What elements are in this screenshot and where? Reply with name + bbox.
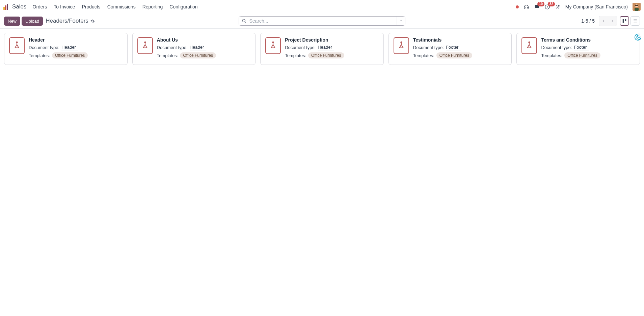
svg-point-14 xyxy=(16,42,17,43)
tools-icon[interactable] xyxy=(555,4,561,10)
app-logo-icon[interactable] xyxy=(3,3,10,10)
templates-label: Templates: xyxy=(29,53,50,58)
svg-point-7 xyxy=(242,19,245,22)
svg-point-18 xyxy=(529,42,530,43)
nav-reporting[interactable]: Reporting xyxy=(142,4,163,9)
doc-type-label: Document type: xyxy=(29,45,59,50)
svg-rect-10 xyxy=(625,19,626,21)
template-tag[interactable]: Office Furnitures xyxy=(564,52,600,58)
breadcrumb-title[interactable]: Headers/Footers xyxy=(46,18,88,24)
card-terms-and-conditions[interactable]: Terms and Conditions Document type: Foot… xyxy=(516,33,640,65)
svg-point-17 xyxy=(401,42,402,43)
card-title: Testimonials xyxy=(413,37,507,43)
template-tag[interactable]: Office Furnitures xyxy=(52,52,88,58)
pdf-icon xyxy=(9,37,25,54)
doc-type-value[interactable]: Footer xyxy=(446,45,461,50)
search-box xyxy=(239,16,405,26)
templates-label: Templates: xyxy=(157,53,178,58)
messages-badge: 10 xyxy=(537,2,544,6)
svg-rect-6 xyxy=(635,5,638,6)
app-name[interactable]: Sales xyxy=(12,3,27,10)
svg-rect-5 xyxy=(635,8,639,11)
templates-label: Templates: xyxy=(413,53,434,58)
phone-icon[interactable] xyxy=(524,4,529,10)
card-title: About Us xyxy=(157,37,251,43)
card-title: Header xyxy=(29,37,123,43)
pdf-icon xyxy=(521,37,537,54)
pager-next[interactable] xyxy=(608,16,617,26)
view-switcher xyxy=(620,16,640,26)
avatar[interactable] xyxy=(633,3,641,11)
template-tag[interactable]: Office Furnitures xyxy=(436,52,472,58)
doc-type-label: Document type: xyxy=(285,45,316,50)
template-tag[interactable]: Office Furnitures xyxy=(308,52,344,58)
nav-commissions[interactable]: Commissions xyxy=(107,4,136,9)
pager-count[interactable]: 1-5 / 5 xyxy=(581,18,595,24)
doc-type-label: Document type: xyxy=(157,45,188,50)
pdf-icon xyxy=(394,37,409,54)
nav-configuration[interactable]: Configuration xyxy=(169,4,197,9)
search-input[interactable] xyxy=(249,18,394,24)
nav-orders[interactable]: Orders xyxy=(33,4,47,9)
kanban-view: Header Document type: Header Templates: … xyxy=(0,29,644,69)
card-project-description[interactable]: Project Description Document type: Heade… xyxy=(260,33,384,65)
doc-type-value[interactable]: Footer xyxy=(574,45,589,50)
doc-type-label: Document type: xyxy=(413,45,444,50)
templates-label: Templates: xyxy=(541,53,562,58)
search-dropdown-toggle[interactable] xyxy=(397,17,405,25)
doc-type-value[interactable]: Header xyxy=(318,45,334,50)
svg-line-8 xyxy=(245,22,246,23)
svg-rect-0 xyxy=(524,7,525,8)
doc-type-value[interactable]: Header xyxy=(61,45,78,50)
view-list[interactable] xyxy=(630,16,640,26)
gear-icon[interactable] xyxy=(90,19,95,23)
doc-type-label: Document type: xyxy=(541,45,572,50)
activities-icon[interactable]: 32 xyxy=(544,4,550,10)
top-nav-right: 10 32 My Company (San Francisco) xyxy=(516,3,641,11)
template-tag[interactable]: Office Furnitures xyxy=(180,52,216,58)
pdf-icon xyxy=(137,37,153,54)
pager-prev[interactable] xyxy=(599,16,608,26)
card-header[interactable]: Header Document type: Header Templates: … xyxy=(4,33,128,65)
activities-badge: 32 xyxy=(548,2,555,6)
card-about-us[interactable]: About Us Document type: Header Templates… xyxy=(132,33,256,65)
card-testimonials[interactable]: Testimonials Document type: Footer Templ… xyxy=(388,33,512,65)
nav-to-invoice[interactable]: To Invoice xyxy=(54,4,75,9)
templates-label: Templates: xyxy=(285,53,306,58)
card-title: Project Description xyxy=(285,37,379,43)
svg-rect-1 xyxy=(528,7,529,8)
company-name[interactable]: My Company (San Francisco) xyxy=(565,4,628,9)
doc-type-value[interactable]: Header xyxy=(190,45,206,50)
upload-button[interactable]: Upload xyxy=(22,17,43,26)
svg-point-16 xyxy=(273,42,274,43)
nav-products[interactable]: Products xyxy=(82,4,100,9)
card-title: Terms and Conditions xyxy=(541,37,635,43)
breadcrumb: Headers/Footers xyxy=(46,18,95,24)
control-bar-right: 1-5 / 5 xyxy=(581,16,640,26)
svg-rect-9 xyxy=(623,19,624,23)
svg-point-15 xyxy=(144,42,145,43)
search-icon xyxy=(242,19,247,23)
messages-icon[interactable]: 10 xyxy=(534,4,540,10)
control-bar: New Upload Headers/Footers 1-5 / 5 xyxy=(0,14,644,28)
status-dot-icon[interactable] xyxy=(516,5,519,8)
pdf-icon xyxy=(265,37,281,54)
new-button[interactable]: New xyxy=(4,17,20,26)
nav-menu: Orders To Invoice Products Commissions R… xyxy=(33,4,198,9)
view-kanban[interactable] xyxy=(620,16,629,26)
spiral-icon[interactable] xyxy=(634,33,642,41)
top-nav: Sales Orders To Invoice Products Commiss… xyxy=(0,0,644,14)
pager-buttons xyxy=(599,16,617,26)
